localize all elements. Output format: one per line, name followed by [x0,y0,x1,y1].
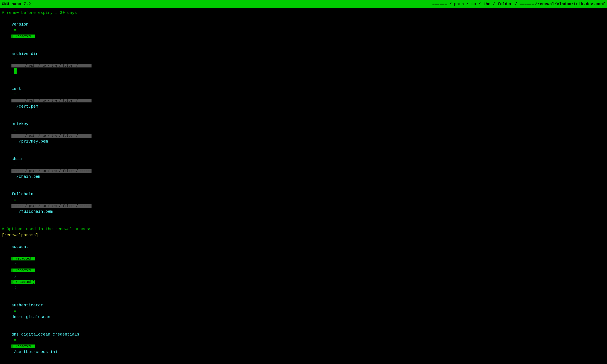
account-key: account [12,245,28,249]
section-header: [renewalparams] [2,232,605,238]
privkey-line: privkey = ====== / path / to / the / fol… [2,115,605,150]
account-semi: ; [12,274,19,278]
privkey-path: ====== / path / to / the / folder / ====… [12,134,92,138]
file-path-area: ====== / path / to / the / folder / ====… [432,1,605,7]
chain-key: chain [12,157,24,161]
account-redacted-1: [ redacted ] [12,257,35,260]
cert-suffix: /cert.pem [12,104,38,109]
cert-eq: = [12,92,24,97]
archive-dir-key: archive_dir [12,52,38,56]
chain-suffix: /chain.pem [12,174,40,179]
cert-path: ====== / path / to / the / folder / ====… [12,99,92,103]
version-eq: = [12,28,19,32]
blank-line-1 [2,220,605,226]
fullchain-line: fullchain = ====== / path / to / the / f… [2,185,605,221]
dns-creds-redacted: [ redacted ] [12,344,35,348]
dns-creds-line: dns_digitalocean_credentials = [ redacte… [2,326,605,361]
archive-dir-eq: = [12,57,19,62]
editor-content: # renew_before_expiry = 30 days version … [0,8,607,364]
dns-creds-key: dns_digitalocean_credentials [12,332,79,337]
dns-creds-eq: = [12,338,19,342]
fullchain-suffix: /fullchain.pem [12,209,53,214]
version-key: version [12,22,28,27]
archive-dir-suffix [12,69,17,74]
archive-dir-path: ====== / path / to / the / folder / ====… [12,64,92,67]
account-colon1: : [12,262,19,266]
account-line: account = [ redacted ] : [ redacted ] ; … [2,238,605,297]
nano-title: GNU nano 7.2 [2,1,31,7]
chain-eq: = [12,162,26,167]
fullchain-eq: = [12,198,26,202]
privkey-key: privkey [12,122,28,126]
privkey-eq: = [12,128,26,132]
authenticator-line: authenticator = dns-digitalocean [2,297,605,326]
chain-path: ====== / path / to / the / folder / ====… [12,169,92,173]
fullchain-path: ====== / path / to / the / folder / ====… [12,204,92,208]
comment-options: # Options used in the renewal process [2,226,605,232]
authenticator-eq: = [12,309,19,313]
authenticator-key: authenticator [12,303,43,308]
cert-key: cert [12,87,21,91]
cert-line: cert = ====== / path / to / the / folder… [2,80,605,115]
server-line: server = https://acme-v02.api.letsencryp… [2,361,605,364]
path-separator: ====== / path / to / the / folder / ====… [432,1,534,7]
dns-creds-path: /certbot-creds.ini [12,350,57,354]
authenticator-value: dns-digitalocean [12,315,50,319]
account-trailing: : [12,285,16,290]
chain-line: chain = ====== / path / to / the / folde… [2,150,605,185]
privkey-suffix: /privkey.pem [12,139,48,144]
comment-renew: # renew_before_expiry = 30 days [2,10,605,16]
account-eq: = [12,250,19,255]
version-redacted: [ redacted ] [12,35,35,38]
filename: /renewal/vladbortnik.dev.conf [535,1,605,7]
top-bar: GNU nano 7.2 ====== / path / to / the / … [0,0,607,8]
archive-dir-line: archive_dir = ====== / path / to / the /… [2,45,605,80]
account-redacted-3: [ redacted ] [12,280,35,284]
version-line: version = [ redacted ] [2,16,605,45]
fullchain-key: fullchain [12,192,33,196]
account-redacted-2: [ redacted ] [12,269,35,272]
